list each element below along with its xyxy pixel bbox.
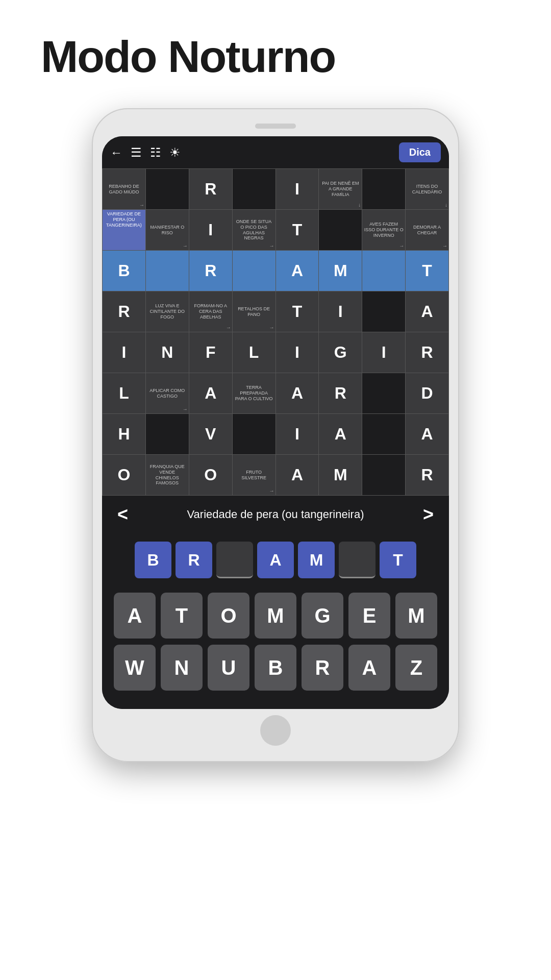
cell-A6[interactable]: A (189, 373, 232, 414)
cell-R6[interactable]: R (319, 373, 362, 414)
answer-cell-4[interactable]: M (298, 542, 335, 578)
cell-A7b[interactable]: A (406, 414, 449, 455)
key-M[interactable]: M (255, 593, 296, 639)
cell-M-blue[interactable]: M (319, 251, 362, 291)
cell-black (362, 414, 406, 455)
clue-onde: ONDE SE SITUA O PICO DAS AGULHAS NEGRAS (232, 210, 276, 251)
cell-V7[interactable]: V (189, 414, 232, 455)
top-bar: ← ☰ ☷ ☀ Dica (102, 136, 449, 168)
cell-black (145, 414, 189, 455)
answer-cell-2[interactable] (216, 542, 253, 578)
cell-blue-empty3 (362, 251, 406, 291)
brightness-icon[interactable]: ☀ (169, 145, 181, 160)
key-R[interactable]: R (302, 645, 343, 691)
cell-A-blue[interactable]: A (276, 251, 319, 291)
current-clue-text: Variedade de pera (ou tangerineira) (139, 507, 412, 522)
cell-A4[interactable]: A (406, 291, 449, 332)
cell-black (362, 373, 406, 414)
key-A2[interactable]: A (348, 645, 390, 691)
clue-terra: TERRA PREPARADA PARA O CULTIVO (232, 373, 276, 414)
cell-T4[interactable]: T (276, 291, 319, 332)
cell-black (145, 169, 189, 210)
cell-I2[interactable]: I (189, 210, 232, 251)
cell-blue-empty2 (232, 251, 276, 291)
clue-rebanho: REBANHO DE GADO MIÚDO (103, 169, 146, 210)
clue-luz: LUZ VIVA E CINTILANTE DO FOGO (145, 291, 189, 332)
answer-cell-5[interactable] (339, 542, 375, 578)
cell-black (362, 455, 406, 496)
key-U[interactable]: U (208, 645, 249, 691)
clue-variedade: VARIEDADE DE PERA (OU TANGERINEIRA) (103, 210, 146, 251)
phone-frame: ← ☰ ☷ ☀ Dica REBANHO DE GADO MIÚDO R I (92, 108, 459, 762)
clue-retalhos: RETALHOS DE PANO (232, 291, 276, 332)
cell-D6[interactable]: D (406, 373, 449, 414)
key-Z[interactable]: Z (395, 645, 437, 691)
phone-speaker (255, 124, 296, 129)
clue-demorar: DEMORAR A CHEGAR (406, 210, 449, 251)
sliders-icon[interactable]: ☷ (150, 145, 161, 160)
key-B[interactable]: B (255, 645, 296, 691)
cell-black (362, 291, 406, 332)
key-M2[interactable]: M (395, 593, 437, 639)
clue-aplicar: APLICAR COMO CASTIGO (145, 373, 189, 414)
clue-itens: ITENS DO CALENDÁRIO (406, 169, 449, 210)
back-icon[interactable]: ← (110, 145, 122, 160)
cell-R4[interactable]: R (103, 291, 146, 332)
cell-N5[interactable]: N (145, 332, 189, 373)
cell-I5b[interactable]: I (276, 332, 319, 373)
cell-T2[interactable]: T (276, 210, 319, 251)
answer-cell-1[interactable]: R (176, 542, 212, 578)
phone-home-button[interactable] (260, 715, 291, 746)
clue-navigation-bar: < Variedade de pera (ou tangerineira) > (102, 496, 449, 533)
cell-B-blue[interactable]: B (103, 251, 146, 291)
clue-franquia: FRANQUIA QUE VENDE CHINELOS FAMOSOS (145, 455, 189, 496)
menu-icon[interactable]: ☰ (131, 145, 142, 160)
key-T[interactable]: T (161, 593, 203, 639)
cell-L6[interactable]: L (103, 373, 146, 414)
answer-cell-0[interactable]: B (135, 542, 171, 578)
clue-fruto: FRUTO SILVESTRE (232, 455, 276, 496)
answer-cell-3[interactable]: A (257, 542, 294, 578)
cell-blue-empty (145, 251, 189, 291)
key-O[interactable]: O (208, 593, 249, 639)
cell-G5[interactable]: G (319, 332, 362, 373)
cell-R5[interactable]: R (406, 332, 449, 373)
cell-I4[interactable]: I (319, 291, 362, 332)
prev-clue-button[interactable]: < (112, 504, 133, 525)
cell-A6b[interactable]: A (276, 373, 319, 414)
dica-button[interactable]: Dica (399, 142, 441, 162)
answer-row: B R A M T (102, 533, 449, 586)
next-clue-button[interactable]: > (418, 504, 439, 525)
cell-I5[interactable]: I (103, 332, 146, 373)
cell-I5c[interactable]: I (362, 332, 406, 373)
cell-M8[interactable]: M (319, 455, 362, 496)
key-A[interactable]: A (114, 593, 156, 639)
cell-R1[interactable]: R (189, 169, 232, 210)
key-G[interactable]: G (302, 593, 343, 639)
crossword-grid: REBANHO DE GADO MIÚDO R I PAI DE NENÊ EM… (102, 168, 449, 496)
cell-A7[interactable]: A (319, 414, 362, 455)
phone-screen: ← ☰ ☷ ☀ Dica REBANHO DE GADO MIÚDO R I (102, 136, 449, 709)
keyboard-row-2: W N U B R A Z (110, 645, 441, 691)
keyboard-area: A T O M G E M W N U B R A Z (102, 586, 449, 709)
page-title: Modo Noturno (0, 0, 551, 98)
key-N[interactable]: N (161, 645, 203, 691)
cell-T-blue[interactable]: T (406, 251, 449, 291)
cell-R8[interactable]: R (406, 455, 449, 496)
cell-L5[interactable]: L (232, 332, 276, 373)
cell-I1[interactable]: I (276, 169, 319, 210)
cell-H7[interactable]: H (103, 414, 146, 455)
cell-F5[interactable]: F (189, 332, 232, 373)
cell-R-blue[interactable]: R (189, 251, 232, 291)
cell-black (232, 414, 276, 455)
key-E[interactable]: E (348, 593, 390, 639)
key-W[interactable]: W (114, 645, 156, 691)
answer-cell-6[interactable]: T (380, 542, 416, 578)
cell-I7[interactable]: I (276, 414, 319, 455)
cell-A8[interactable]: A (276, 455, 319, 496)
clue-manifes: MANIFESTAR O RISO (145, 210, 189, 251)
cell-O8[interactable]: O (103, 455, 146, 496)
cell-black (232, 169, 276, 210)
cell-O8b[interactable]: O (189, 455, 232, 496)
keyboard-row-1: A T O M G E M (110, 593, 441, 639)
